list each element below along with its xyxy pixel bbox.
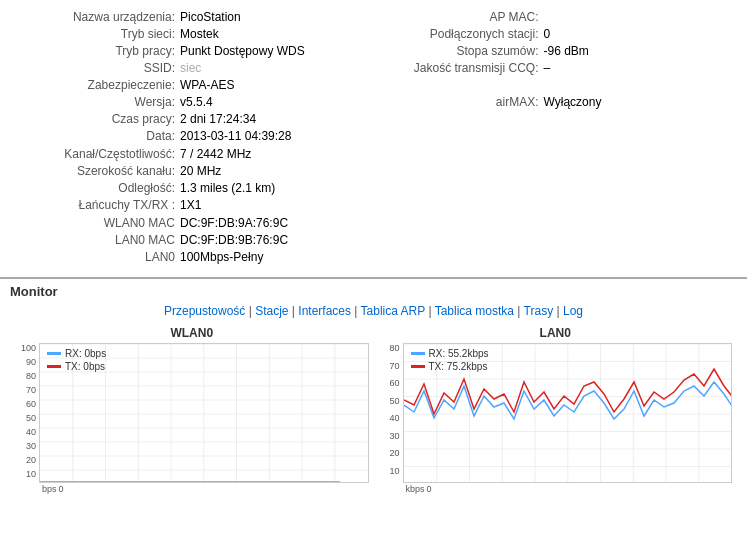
- info-left: Nazwa urządzenia: PicoStation Tryb sieci…: [20, 10, 364, 267]
- kanal-label: Kanał/Częstotliwość:: [20, 147, 180, 161]
- wlan0-title: WLAN0: [15, 326, 369, 340]
- nav-trasy[interactable]: Trasy: [524, 304, 554, 318]
- odleglosc-value: 1.3 miles (2.1 km): [180, 181, 275, 195]
- kanal-value: 7 / 2442 MHz: [180, 147, 251, 161]
- lan-mac-label: LAN0 MAC: [20, 233, 180, 247]
- ssid-label: SSID:: [20, 61, 180, 75]
- nav-tablica-arp[interactable]: Tablica ARP: [361, 304, 425, 318]
- wlan0-y-30: 30: [26, 441, 36, 451]
- wlan0-chart-area: 100 90 80 70 60 50 40 30 20 10: [15, 343, 369, 483]
- jakosc-label: Jakość transmisji CCQ:: [384, 61, 544, 75]
- nav-stacje[interactable]: Stacje: [255, 304, 288, 318]
- nav-sep1: |: [245, 304, 255, 318]
- lan-mac-value: DC:9F:DB:9B:76:9C: [180, 233, 288, 247]
- ssid-value: siec: [180, 61, 201, 75]
- wlan0-tx-legend: TX: 0bps: [47, 361, 106, 372]
- row-stacje: Podłączonych stacji: 0: [384, 27, 728, 41]
- wlan0-y-70: 70: [26, 385, 36, 395]
- nazwa-label: Nazwa urządzenia:: [20, 10, 180, 24]
- nav-sep2: |: [289, 304, 299, 318]
- row-szerokosc: Szerokość kanału: 20 MHz: [20, 164, 364, 178]
- wlan0-x-label: bps 0: [15, 484, 369, 494]
- lan0-legend: RX: 55.2kbps TX: 75.2kbps: [411, 348, 489, 374]
- tryb-pracy-label: Tryb pracy:: [20, 44, 180, 58]
- lan0-y-axis: 80 70 60 50 40 30 20 10: [379, 343, 403, 483]
- szumy-value: -96 dBm: [544, 44, 589, 58]
- row-odleglosc: Odległość: 1.3 miles (2.1 km): [20, 181, 364, 195]
- wlan0-rx-color: [47, 352, 61, 355]
- lan0-tx-legend: TX: 75.2kbps: [411, 361, 489, 372]
- czas-value: 2 dni 17:24:34: [180, 112, 256, 126]
- row-wersja: Wersja: v5.5.4: [20, 95, 364, 109]
- row-zabezpieczenie: Zabezpieczenie: WPA-AES: [20, 78, 364, 92]
- lancuchy-value: 1X1: [180, 198, 201, 212]
- row-kanal: Kanał/Częstotliwość: 7 / 2442 MHz: [20, 147, 364, 161]
- wersja-label: Wersja:: [20, 95, 180, 109]
- lan0-chart-area: 80 70 60 50 40 30 20 10: [379, 343, 733, 483]
- wlan0-y-80: 80: [26, 371, 36, 381]
- wlan0-y-50: 50: [26, 413, 36, 423]
- row-tryb-pracy: Tryb pracy: Punkt Dostępowy WDS: [20, 44, 364, 58]
- nav-sep5: |: [514, 304, 524, 318]
- tryb-sieci-label: Tryb sieci:: [20, 27, 180, 41]
- lan0-x-label: kbps 0: [379, 484, 733, 494]
- lan0-y-70: 70: [389, 361, 399, 371]
- odleglosc-label: Odległość:: [20, 181, 180, 195]
- nazwa-value: PicoStation: [180, 10, 241, 24]
- szerokosc-value: 20 MHz: [180, 164, 221, 178]
- row-data: Data: 2013-03-11 04:39:28: [20, 129, 364, 143]
- monitor-nav: Przepustowość | Stacje | Interfaces | Ta…: [10, 304, 737, 318]
- wlan0-legend: RX: 0bps TX: 0bps: [47, 348, 106, 374]
- wlan0-graph: RX: 0bps TX: 0bps: [39, 343, 369, 483]
- lan0-tx-label: TX: 75.2kbps: [429, 361, 488, 372]
- data-value: 2013-03-11 04:39:28: [180, 129, 291, 143]
- wlan0-y-60: 60: [26, 399, 36, 409]
- nav-sep3: |: [351, 304, 361, 318]
- nav-sep4: |: [425, 304, 435, 318]
- wlan0-zero: 0: [59, 484, 64, 494]
- lancuchy-label: Łańcuchy TX/RX :: [20, 198, 180, 212]
- wlan0-unit: bps: [42, 484, 57, 494]
- lan0-graph: RX: 55.2kbps TX: 75.2kbps: [403, 343, 733, 483]
- zabezpieczenie-value: WPA-AES: [180, 78, 234, 92]
- stacje-label: Podłączonych stacji:: [384, 27, 544, 41]
- lan0-title: LAN0: [379, 326, 733, 340]
- nav-sep6: |: [553, 304, 563, 318]
- charts-container: WLAN0 100 90 80 70 60 50 40 30 20 10: [10, 326, 737, 494]
- data-label: Data:: [20, 129, 180, 143]
- monitor-section: Monitor Przepustowość | Stacje | Interfa…: [0, 277, 747, 499]
- nav-log[interactable]: Log: [563, 304, 583, 318]
- zabezpieczenie-label: Zabezpieczenie:: [20, 78, 180, 92]
- lan-label: LAN0: [20, 250, 180, 264]
- wlan-mac-label: WLAN0 MAC: [20, 216, 180, 230]
- tryb-pracy-value: Punkt Dostępowy WDS: [180, 44, 305, 58]
- szumy-label: Stopa szumów:: [384, 44, 544, 58]
- row-lan: LAN0 100Mbps-Pełny: [20, 250, 364, 264]
- row-lan-mac: LAN0 MAC DC:9F:DB:9B:76:9C: [20, 233, 364, 247]
- nav-tablica-mostka[interactable]: Tablica mostka: [435, 304, 514, 318]
- lan0-unit: kbps: [406, 484, 425, 494]
- wlan0-chart-wrapper: WLAN0 100 90 80 70 60 50 40 30 20 10: [15, 326, 369, 494]
- lan0-y-10: 10: [389, 466, 399, 476]
- row-szumy: Stopa szumów: -96 dBm: [384, 44, 728, 58]
- lan0-zero: 0: [427, 484, 432, 494]
- lan0-y-30: 30: [389, 431, 399, 441]
- nav-przepustowosc[interactable]: Przepustowość: [164, 304, 245, 318]
- lan0-y-20: 20: [389, 448, 399, 458]
- monitor-title: Monitor: [10, 284, 737, 299]
- info-right: AP MAC: Podłączonych stacji: 0 Stopa szu…: [384, 10, 728, 267]
- row-airmax: airMAX: Wyłączony: [384, 95, 728, 109]
- wlan-mac-value: DC:9F:DB:9A:76:9C: [180, 216, 288, 230]
- lan0-y-60: 60: [389, 378, 399, 388]
- wlan0-y-40: 40: [26, 427, 36, 437]
- nav-interfaces[interactable]: Interfaces: [298, 304, 351, 318]
- wlan0-y-20: 20: [26, 455, 36, 465]
- wlan0-tx-color: [47, 365, 61, 368]
- wlan0-y-10: 10: [26, 469, 36, 479]
- lan0-chart-wrapper: LAN0 80 70 60 50 40 30 20 10: [379, 326, 733, 494]
- lan0-rx-color: [411, 352, 425, 355]
- lan0-tx-color: [411, 365, 425, 368]
- lan0-y-80: 80: [389, 343, 399, 353]
- wlan0-rx-label: RX: 0bps: [65, 348, 106, 359]
- row-jakosc: Jakość transmisji CCQ: –: [384, 61, 728, 75]
